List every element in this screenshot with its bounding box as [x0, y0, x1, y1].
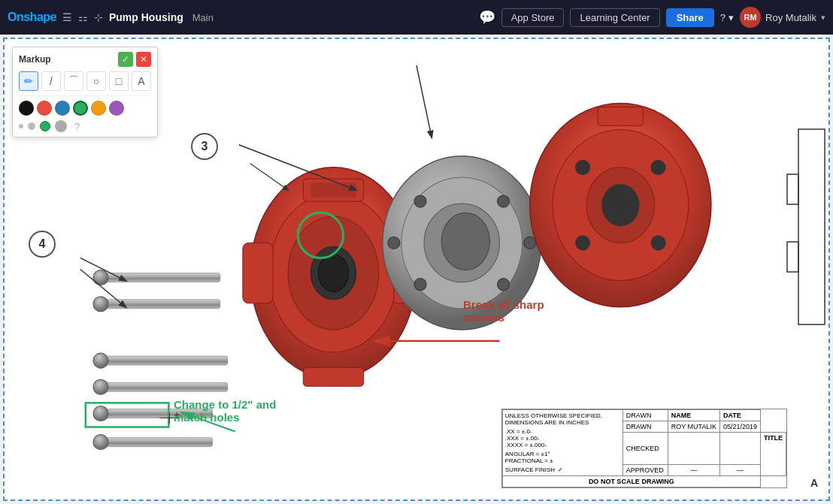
svg-point-3: [310, 246, 356, 299]
svg-point-26: [651, 235, 666, 250]
markup-panel: Markup ✓ ✕ ✏ / ⌒ ○ □ A: [12, 47, 158, 137]
svg-rect-5: [303, 179, 363, 201]
svg-point-0: [250, 167, 416, 379]
color-green[interactable]: [73, 101, 88, 116]
branch-name: Main: [192, 12, 214, 23]
size-xlarge[interactable]: [55, 120, 67, 132]
svg-point-21: [530, 103, 711, 306]
rect-tool[interactable]: □: [109, 71, 129, 91]
markup-colors: [19, 101, 151, 116]
svg-point-10: [298, 213, 343, 258]
right-edge-drawing: [783, 114, 828, 340]
svg-rect-36: [99, 382, 228, 391]
title-block: UNLESS OTHERWISE SPECIFIED, DIMENSIONS A…: [501, 409, 787, 488]
svg-point-28: [601, 184, 639, 226]
svg-rect-9: [394, 243, 420, 303]
svg-point-12: [401, 177, 523, 309]
svg-point-2: [288, 216, 379, 330]
markup-actions: ✓ ✕: [118, 52, 151, 67]
curve-tool[interactable]: ⌒: [64, 71, 83, 91]
svg-rect-6: [310, 183, 356, 198]
svg-point-4: [318, 254, 348, 291]
learning-center-button[interactable]: Learning Center: [570, 8, 659, 27]
svg-rect-40: [99, 438, 213, 447]
help-menu[interactable]: ? ▾: [720, 12, 734, 23]
size-small[interactable]: [19, 124, 23, 128]
svg-point-18: [498, 279, 510, 291]
svg-point-25: [575, 235, 590, 250]
color-red[interactable]: [37, 101, 52, 116]
break-corners-text: Break all sharp corners: [463, 298, 544, 324]
color-blue[interactable]: [55, 101, 70, 116]
svg-rect-30: [99, 273, 220, 282]
user-menu[interactable]: RM Roy Mutalik ▾: [740, 7, 825, 28]
svg-point-39: [93, 406, 108, 421]
svg-point-15: [414, 195, 426, 207]
svg-rect-32: [99, 300, 220, 309]
color-purple[interactable]: [109, 101, 124, 116]
markup-sizes: ?: [19, 120, 151, 132]
right-edge-svg: [783, 114, 828, 340]
svg-rect-55: [787, 242, 798, 272]
text-tool[interactable]: A: [132, 71, 151, 91]
user-name: Roy Mutalik: [765, 12, 816, 23]
svg-rect-54: [787, 174, 798, 204]
svg-rect-53: [798, 129, 825, 324]
svg-rect-7: [303, 367, 363, 386]
svg-point-33: [93, 297, 108, 312]
markup-ok-button[interactable]: ✓: [118, 52, 133, 67]
main-area: Markup ✓ ✕ ✏ / ⌒ ○ □ A: [0, 35, 833, 504]
svg-line-45: [80, 258, 126, 280]
share-button[interactable]: Share: [666, 8, 714, 27]
svg-point-37: [93, 379, 108, 394]
color-orange[interactable]: [91, 101, 106, 116]
svg-rect-8: [243, 243, 273, 303]
svg-rect-42: [86, 403, 169, 427]
annotation-number-3: 3: [191, 133, 218, 160]
circle-tool[interactable]: ○: [86, 71, 106, 91]
user-chevron: ▾: [821, 13, 825, 23]
menu-icon[interactable]: ☰: [62, 11, 72, 23]
svg-rect-34: [99, 356, 228, 365]
color-black[interactable]: [19, 101, 34, 116]
annotation-number-4: 4: [29, 231, 56, 258]
help-question[interactable]: ?: [74, 121, 80, 132]
size-medium[interactable]: [28, 122, 35, 130]
svg-point-14: [441, 213, 489, 270]
svg-point-20: [524, 237, 536, 249]
settings-icon[interactable]: ⊹: [94, 11, 103, 23]
markup-header: Markup ✓ ✕: [19, 52, 151, 67]
change-holes-text: Change to 1/2" and match holes: [174, 398, 276, 424]
canvas-area[interactable]: Markup ✓ ✕ ✏ / ⌒ ○ □ A: [3, 38, 830, 501]
chat-icon[interactable]: 💬: [479, 9, 495, 26]
user-avatar: RM: [740, 7, 761, 28]
svg-point-19: [388, 237, 400, 249]
app-store-button[interactable]: App Store: [501, 8, 565, 27]
brand-logo[interactable]: Onshape: [8, 11, 56, 24]
help-chevron: ▾: [728, 12, 734, 23]
svg-point-41: [93, 435, 108, 450]
svg-point-22: [553, 130, 689, 281]
svg-point-23: [575, 160, 590, 175]
help-icon: ?: [720, 12, 725, 23]
grid-icon[interactable]: ⚏: [78, 11, 88, 23]
pen-tool[interactable]: ✏: [19, 71, 38, 91]
svg-line-44: [239, 145, 356, 190]
svg-point-31: [93, 270, 108, 285]
svg-point-13: [424, 204, 499, 282]
svg-line-50: [416, 65, 432, 137]
svg-rect-29: [598, 107, 643, 125]
svg-line-46: [80, 270, 126, 307]
svg-point-1: [269, 194, 398, 352]
line-tool[interactable]: /: [41, 71, 61, 91]
document-title: Pump Housing: [109, 11, 183, 23]
svg-point-17: [414, 279, 426, 291]
size-large[interactable]: [40, 121, 50, 131]
navbar: Onshape ☰ ⚏ ⊹ Pump Housing Main 💬 App St…: [0, 0, 833, 35]
corner-marker-a: A: [810, 477, 818, 489]
svg-point-16: [498, 195, 510, 207]
svg-point-35: [93, 353, 108, 368]
markup-cancel-button[interactable]: ✕: [136, 52, 151, 67]
svg-line-49: [250, 164, 288, 190]
svg-point-24: [651, 160, 666, 175]
